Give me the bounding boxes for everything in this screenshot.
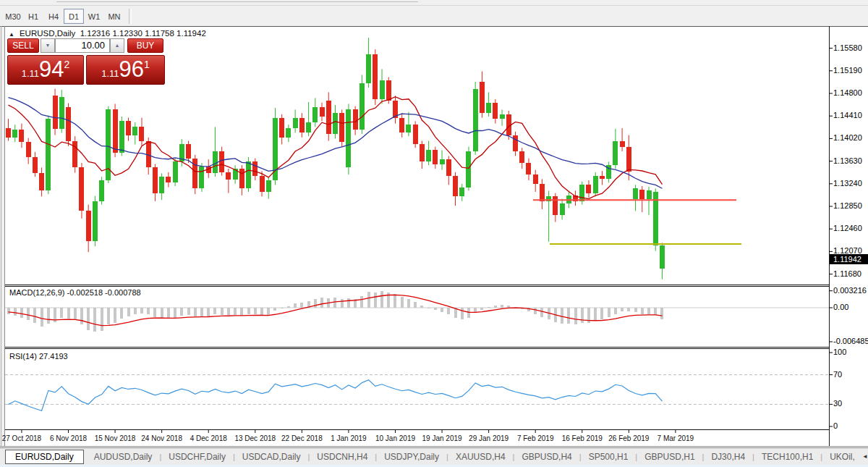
sell-price-sup: 2 [64, 59, 70, 70]
price-axis-label: 1.14020 [833, 133, 862, 142]
date-axis-label: 24 Nov 2018 [141, 434, 182, 442]
rsi-axis-label: 0 [833, 421, 838, 430]
tab-scroll-buttons: ◄► [862, 453, 868, 460]
volume-increase-button[interactable]: ▲ [110, 38, 124, 53]
volume-decrease-button[interactable]: ▼ [41, 38, 55, 53]
tab-audusd-daily[interactable]: AUDUSD,Daily [87, 450, 160, 463]
date-axis-label: 6 Nov 2018 [50, 434, 87, 442]
tab-usdcad-daily[interactable]: USDCAD,Daily [235, 450, 308, 463]
symbol-label: EURUSD,Daily [20, 29, 75, 38]
price-axis-label: 1.12460 [833, 224, 862, 232]
date-axis-label: 29 Jan 2019 [469, 434, 509, 442]
price-axis-label: 1.15580 [833, 43, 862, 52]
date-axis-label: 7 Feb 2019 [517, 434, 554, 442]
macd-indicator-label: MACD(12,26,9) -0.002518 -0.000788 [9, 288, 141, 297]
date-axis-label: 27 Oct 2018 [2, 434, 41, 442]
macd-values: -0.002518 -0.000788 [67, 288, 140, 297]
date-axis-label: 7 Mar 2019 [658, 434, 694, 442]
symbol-ohlc-values: 1.12316 1.12330 1.11758 1.11942 [80, 29, 206, 38]
tab-tech100-h1[interactable]: TECH100,H1 [754, 450, 820, 463]
rsi-axis-label: 70 [833, 370, 842, 379]
date-axis-label: 22 Dec 2018 [281, 434, 323, 442]
tab-gbpusd-h4[interactable]: GBPUSD,H4 [514, 450, 579, 463]
sell-price-big: 94 [39, 59, 64, 80]
one-click-trading-panel: SELL ▼ 10.00 ▲ BUY 1.11942 1.11961 [7, 38, 165, 85]
rsi-axis-label: 30 [833, 399, 842, 408]
date-axis-label: 19 Jan 2019 [422, 434, 462, 442]
sell-price-prefix: 1.11 [22, 68, 39, 79]
price-axis-label: 1.11680 [833, 269, 861, 278]
macd-axis-label: -0.006485 [833, 337, 868, 345]
collapse-arrow-icon[interactable]: ▲ [9, 31, 14, 38]
price-axis-label: 1.13630 [833, 156, 862, 165]
tab-dj30-h4[interactable]: DJ30,H4 [704, 450, 752, 463]
tab-ukoil-[interactable]: UKOil, [822, 450, 862, 463]
price-axis-label: 1.14800 [833, 88, 862, 97]
spinner-down-icon: ▼ [46, 43, 51, 48]
symbol-tab-bar: EURUSD,DailyAUDUSD,Daily|USDCHF,Daily|US… [0, 447, 868, 465]
buy-price-prefix: 1.11 [101, 68, 119, 79]
tab-eurusd-daily[interactable]: EURUSD,Daily [5, 450, 84, 464]
buy-price-big: 96 [119, 59, 144, 80]
date-axis-label: 15 Nov 2018 [95, 434, 136, 442]
spinner-up-icon: ▲ [115, 43, 120, 48]
date-axis-label: 4 Dec 2018 [190, 434, 227, 442]
buy-price-box[interactable]: 1.11961 [86, 55, 165, 85]
rsi-indicator-label: RSI(14) 27.4193 [9, 352, 68, 361]
current-price-tag: 1.11942 [830, 254, 868, 264]
macd-name: MACD(12,26,9) [9, 288, 64, 297]
tab-xauusd-h4[interactable]: XAUUSD,H4 [448, 450, 513, 463]
macd-axis-label: 0.00 [833, 303, 848, 311]
sell-button[interactable]: SELL [7, 38, 39, 53]
macd-axis-label: 0.003216 [833, 286, 867, 295]
mt4-terminal: M30H1H4D1W1MN ▲EURUSD,Daily 1.12316 1.12… [0, 0, 868, 467]
date-axis-label: 26 Feb 2019 [608, 434, 649, 442]
price-axis-label: 1.12850 [833, 201, 862, 210]
volume-input[interactable]: 10.00 [55, 38, 110, 53]
rsi-axis-label: 100 [833, 348, 846, 356]
price-axis-label: 1.13240 [833, 179, 862, 188]
tab-usdjpy-daily[interactable]: USDJPY,Daily [377, 450, 446, 463]
buy-price-sup: 1 [144, 59, 150, 70]
sell-price-box[interactable]: 1.11942 [7, 55, 84, 85]
tab-scroll-left-icon[interactable]: ◄ [862, 453, 868, 460]
buy-button[interactable]: BUY [127, 38, 163, 53]
price-axis-label: 1.14410 [833, 111, 862, 119]
tab-usdcnh-h4[interactable]: USDCNH,H4 [310, 450, 375, 463]
date-axis-label: 16 Feb 2019 [562, 434, 603, 442]
tab-sp500-h1[interactable]: SP500,H1 [582, 450, 636, 463]
price-axis-label: 1.15190 [833, 66, 862, 75]
date-axis-label: 1 Jan 2019 [331, 434, 367, 442]
date-axis-label: 13 Dec 2018 [234, 434, 276, 442]
rsi-value: 27.4193 [39, 352, 68, 361]
tab-gbpusd-h1[interactable]: GBPUSD,H1 [637, 450, 702, 463]
rsi-name: RSI(14) [9, 352, 37, 361]
chart-symbol-title: ▲EURUSD,Daily 1.12316 1.12330 1.11758 1.… [9, 29, 206, 38]
tab-usdchf-daily[interactable]: USDCHF,Daily [161, 450, 233, 463]
date-axis-label: 10 Jan 2019 [375, 434, 415, 442]
